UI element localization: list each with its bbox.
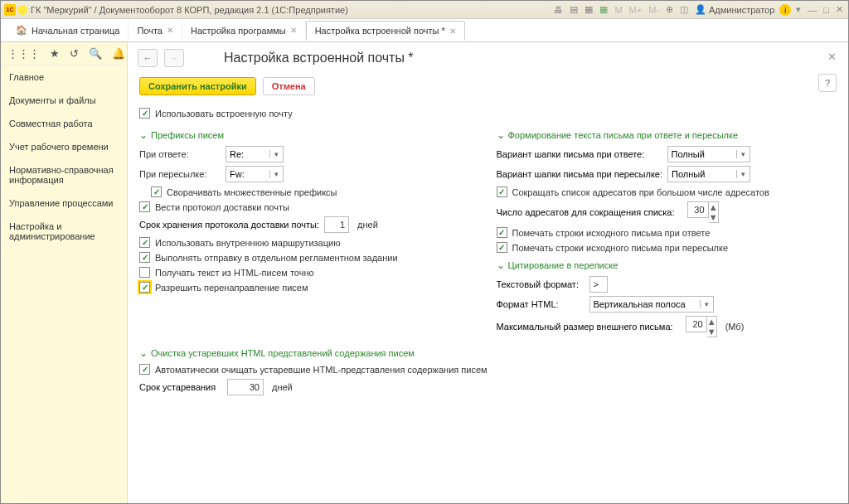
mark-reply-checkbox[interactable] [497, 227, 507, 238]
save-button[interactable]: Сохранить настройки [139, 77, 256, 95]
mminus-icon[interactable]: M- [647, 5, 661, 15]
help-button[interactable]: ? [818, 74, 837, 92]
expire-input[interactable] [227, 379, 264, 395]
tab-mail[interactable]: Почта ✕ [129, 22, 182, 40]
use-mail-checkbox[interactable] [139, 108, 150, 119]
hdr-reply-select[interactable]: Полный▾ [667, 146, 750, 162]
close-window-icon[interactable]: ✕ [834, 4, 845, 15]
protocol-checkbox[interactable] [139, 201, 150, 212]
reply-select[interactable]: Re:▾ [226, 146, 284, 162]
shorten-checkbox[interactable] [497, 187, 507, 197]
forward-button[interactable]: → [164, 49, 184, 67]
text-fmt-input[interactable] [589, 276, 608, 293]
mplus-icon[interactable]: M+ [628, 5, 644, 15]
tab-bar: 🏠 Начальная страница Почта ✕ Настройка п… [1, 19, 848, 42]
cal-icon[interactable]: ▦ [598, 4, 609, 15]
section-formation[interactable]: Формирование текста письма при ответе и … [497, 129, 837, 141]
mark-fwd-checkbox[interactable] [497, 242, 507, 253]
maximize-icon[interactable]: □ [822, 5, 831, 15]
history-icon[interactable]: ↺ [70, 47, 79, 60]
nav-docs[interactable]: Документы и файлы [1, 89, 127, 112]
routing-checkbox[interactable] [139, 237, 150, 248]
tab-settings[interactable]: Настройка программы ✕ [182, 22, 306, 40]
retention-input[interactable] [324, 216, 349, 233]
user-info[interactable]: 👤 Администратор [695, 4, 774, 15]
nav-admin[interactable]: Настройка и администрирование [1, 215, 127, 248]
html-exact-checkbox[interactable] [139, 267, 150, 278]
nav-collab[interactable]: Совместная работа [1, 112, 127, 135]
nav-ref[interactable]: Нормативно-справочная информация [1, 158, 127, 191]
toolbar-icons: 🖶 ▤ ▦ ▦ M M+ M- ⊕ ◫ [552, 4, 690, 15]
dropdown-icon[interactable]: ▾ [794, 4, 803, 15]
nav-main[interactable]: Главное [1, 65, 127, 89]
doc-icon[interactable]: ▤ [568, 4, 580, 15]
hdr-fwd-select[interactable]: Полный▾ [667, 166, 750, 182]
calc-icon[interactable]: ▦ [583, 4, 594, 15]
retention-label: Срок хранения протокола доставки почты: [139, 220, 319, 230]
reglament-checkbox[interactable] [139, 252, 150, 263]
menu-icon[interactable]: ⋮⋮⋮ [7, 47, 40, 60]
star-icon[interactable]: ★ [50, 47, 60, 60]
status-dot-icon [17, 5, 27, 15]
nav-time[interactable]: Учет рабочего времени [1, 135, 127, 158]
page-title: Настройка встроенной почты * [224, 51, 414, 65]
auto-clean-checkbox[interactable] [139, 364, 150, 375]
print-icon[interactable]: 🖶 [552, 5, 565, 15]
sidebar: ⋮⋮⋮ ★ ↺ 🔍 🔔 Главное Документы и файлы Со… [1, 42, 128, 504]
count-spinner[interactable]: ▲▼ [687, 201, 719, 223]
info-icon[interactable]: i [779, 4, 791, 16]
close-icon[interactable]: ✕ [449, 27, 456, 36]
fwd-label: При пересылке: [139, 169, 221, 179]
content-area: ✕ ← → Настройка встроенной почты * ? Сох… [128, 42, 848, 504]
close-page-icon[interactable]: ✕ [827, 51, 837, 63]
html-fmt-select[interactable]: Вертикальная полоса▾ [589, 296, 714, 313]
minimize-icon[interactable]: — [806, 5, 818, 15]
bell-icon[interactable]: 🔔 [112, 47, 125, 60]
search-icon[interactable]: 🔍 [89, 47, 102, 60]
section-cleanup[interactable]: Очистка устаревших HTML представлений со… [139, 347, 837, 359]
redirect-checkbox[interactable] [139, 282, 150, 293]
fwd-select[interactable]: Fw:▾ [226, 166, 284, 182]
zoom-icon[interactable]: ⊕ [664, 4, 675, 15]
close-icon[interactable]: ✕ [290, 26, 297, 35]
tab-home[interactable]: 🏠 Начальная страница [7, 21, 129, 40]
reply-label: При ответе: [139, 149, 221, 159]
cancel-button[interactable]: Отмена [263, 77, 315, 95]
pin-icon[interactable]: ◫ [678, 4, 690, 15]
use-mail-label: Использовать встроенную почту [155, 109, 293, 119]
m-icon[interactable]: M [613, 5, 623, 15]
collapse-checkbox[interactable] [151, 187, 162, 197]
back-button[interactable]: ← [138, 49, 158, 67]
max-size-spinner[interactable]: ▲▼ [686, 316, 717, 337]
titlebar: 1C ГК "Меркурий" / Документооборот 8 КОР… [1, 1, 848, 19]
section-quote[interactable]: Цитирование в переписке [497, 259, 837, 271]
tab-mail-settings[interactable]: Настройка встроенной почты * ✕ [306, 21, 465, 41]
section-prefixes[interactable]: Префиксы писем [139, 129, 480, 141]
nav-proc[interactable]: Управление процессами [1, 191, 127, 215]
app-logo-icon: 1C [4, 4, 16, 16]
window-title: ГК "Меркурий" / Документооборот 8 КОРП, … [31, 5, 552, 15]
close-icon[interactable]: ✕ [167, 26, 173, 35]
